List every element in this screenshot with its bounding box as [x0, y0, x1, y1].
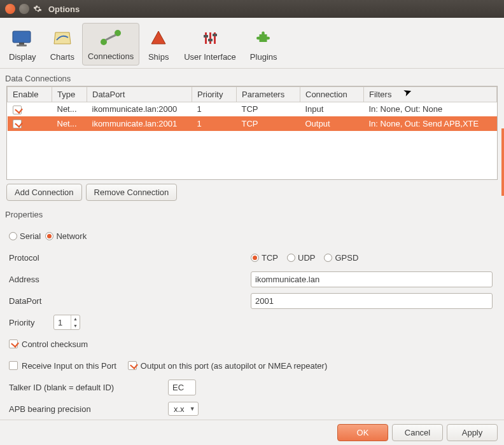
spin-up-icon[interactable]: ▲: [71, 315, 80, 322]
col-enable[interactable]: Enable: [8, 87, 52, 102]
chevron-down-icon: ▼: [190, 406, 195, 412]
address-label: Address: [9, 275, 251, 284]
table-row[interactable]: Net... ikommunicate.lan:2001 1 TCP Outpu…: [8, 116, 497, 131]
minimize-icon[interactable]: [19, 4, 29, 14]
scrollbar-indicator[interactable]: [501, 128, 504, 196]
remove-connection-button[interactable]: Remove Connection: [86, 184, 178, 201]
charts-icon: [52, 27, 73, 50]
data-connections-section: Data Connections Enable Type DataPort Pr…: [4, 71, 500, 205]
checkbox-icon: [9, 361, 18, 370]
svg-rect-1: [19, 43, 24, 44]
cancel-button[interactable]: Cancel: [392, 424, 443, 441]
cell-connection: Input: [300, 102, 364, 117]
priority-label: Priority: [9, 318, 53, 327]
properties-legend: Properties: [4, 209, 500, 222]
apb-label: APB bearing precision: [9, 404, 168, 414]
enable-checkbox[interactable]: [13, 106, 22, 114]
table-row[interactable]: Net... ikommunicate.lan:2000 1 TCP Input…: [8, 102, 497, 117]
radio-network-label: Network: [56, 231, 87, 241]
cell-type: Net...: [52, 102, 87, 117]
add-connection-button[interactable]: Add Connection: [6, 184, 82, 201]
display-icon: [11, 27, 33, 50]
dataport-label: DataPort: [9, 296, 251, 306]
talker-label: Talker ID (blank = default ID): [9, 383, 168, 392]
tab-ships-label: Ships: [148, 52, 169, 62]
receive-input-checkbox[interactable]: Receive Input on this Port: [9, 361, 116, 371]
user-interface-icon: [199, 27, 221, 50]
cell-params: TCP: [237, 102, 300, 117]
receive-input-label: Receive Input on this Port: [22, 361, 116, 371]
svg-rect-10: [213, 34, 217, 36]
control-checksum-checkbox[interactable]: Control checksum: [9, 339, 88, 349]
ok-button[interactable]: OK: [337, 424, 388, 441]
tab-user-interface[interactable]: User Interface: [178, 23, 242, 65]
apply-button[interactable]: Apply: [447, 424, 498, 441]
apb-precision-combo[interactable]: x.x ▼: [168, 402, 199, 416]
radio-serial[interactable]: Serial: [9, 231, 41, 241]
svg-rect-8: [204, 35, 208, 38]
close-icon[interactable]: [5, 4, 15, 14]
svg-rect-9: [208, 39, 213, 41]
tab-ships[interactable]: Ships: [141, 23, 176, 65]
checkbox-icon: [9, 339, 18, 348]
tab-charts-label: Charts: [50, 52, 74, 62]
svg-rect-0: [13, 31, 31, 43]
svg-rect-6: [209, 32, 211, 44]
dataport-input[interactable]: [251, 293, 493, 309]
svg-rect-2: [17, 44, 27, 46]
apb-value: x.x: [174, 404, 185, 414]
tab-display[interactable]: Display: [3, 23, 43, 65]
connections-table[interactable]: Enable Type DataPort Priority Parameters…: [6, 86, 498, 180]
svg-rect-5: [205, 32, 207, 44]
tab-plugins[interactable]: Plugins: [244, 23, 284, 65]
tab-connections-label: Connections: [88, 51, 134, 61]
radio-gpsd-label: GPSD: [335, 253, 358, 263]
output-port-label: Output on this port (as autopilot or NME…: [141, 361, 327, 371]
radio-tcp-label: TCP: [262, 253, 278, 263]
cell-connection: Output: [300, 116, 364, 131]
enable-checkbox[interactable]: [13, 120, 22, 128]
cell-priority: 1: [192, 102, 237, 117]
gear-icon: [33, 4, 42, 13]
cell-dataport: ikommunicate.lan:2000: [87, 102, 192, 117]
col-type[interactable]: Type: [52, 87, 87, 102]
priority-spinner[interactable]: 1 ▲▼: [53, 315, 80, 330]
cell-type: Net...: [52, 116, 87, 131]
tab-display-label: Display: [9, 52, 36, 62]
data-connections-legend: Data Connections: [4, 72, 500, 86]
control-checksum-label: Control checksum: [22, 339, 88, 349]
tab-plugins-label: Plugins: [250, 52, 277, 62]
radio-udp[interactable]: UDP: [287, 253, 315, 263]
plugins-icon: [253, 27, 274, 50]
spin-down-icon[interactable]: ▼: [71, 322, 80, 329]
ships-icon: [148, 27, 169, 50]
toolbar: Display Charts Connections Ships User In…: [0, 18, 504, 69]
dialog-buttons: OK Cancel Apply: [0, 420, 504, 445]
titlebar: Options: [0, 0, 504, 18]
tab-charts[interactable]: Charts: [44, 23, 81, 65]
cell-filters: In: None, Out: None: [364, 102, 497, 117]
col-dataport[interactable]: DataPort: [87, 87, 192, 102]
cell-filters: In: None, Out: Send APB,XTE: [364, 116, 497, 131]
radio-udp-label: UDP: [298, 253, 315, 263]
output-port-checkbox[interactable]: Output on this port (as autopilot or NME…: [128, 361, 327, 371]
priority-value: 1: [58, 318, 62, 327]
radio-serial-label: Serial: [20, 231, 41, 241]
talker-input[interactable]: [168, 380, 196, 395]
checkbox-icon: [128, 361, 137, 370]
col-priority[interactable]: Priority: [192, 87, 237, 102]
protocol-label: Protocol: [9, 253, 251, 263]
tab-connections[interactable]: Connections: [82, 23, 139, 65]
connections-icon: [99, 26, 123, 49]
cell-priority: 1: [192, 116, 237, 131]
radio-network[interactable]: Network: [45, 231, 87, 241]
col-connection[interactable]: Connection: [300, 87, 364, 102]
col-parameters[interactable]: Parameters: [237, 87, 300, 102]
properties-section: Properties Serial Network Protocol TCP U…: [4, 207, 500, 425]
col-filters[interactable]: Filters: [364, 87, 497, 102]
address-input[interactable]: [251, 271, 493, 287]
cell-params: TCP: [237, 116, 300, 131]
cell-dataport: ikommunicate.lan:2001: [87, 116, 192, 131]
radio-gpsd[interactable]: GPSD: [324, 253, 358, 263]
radio-tcp[interactable]: TCP: [251, 253, 278, 263]
